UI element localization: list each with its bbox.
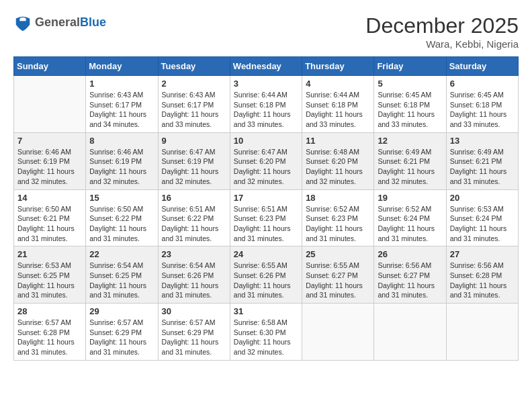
day-number: 1 [89,79,154,89]
day-info: Sunrise: 6:44 AM Sunset: 6:18 PM Dayligh… [306,90,370,130]
daylight-text: Daylight: 11 hours and 33 minutes. [450,110,507,128]
daylight-text: Daylight: 11 hours and 31 minutes. [162,281,219,300]
sunset-text: Sunset: 6:18 PM [306,101,358,109]
col-saturday: Saturday [446,57,518,76]
daylight-text: Daylight: 11 hours and 31 minutes. [450,167,507,185]
table-row: 20 Sunrise: 6:53 AM Sunset: 6:24 PM Dayl… [446,189,518,246]
sunset-text: Sunset: 6:27 PM [378,271,430,279]
day-info: Sunrise: 6:52 AM Sunset: 6:23 PM Dayligh… [306,204,370,244]
table-row: 28 Sunrise: 6:57 AM Sunset: 6:28 PM Dayl… [14,304,86,361]
day-info: Sunrise: 6:57 AM Sunset: 6:29 PM Dayligh… [89,318,154,357]
daylight-text: Daylight: 11 hours and 32 minutes. [306,167,363,185]
daylight-text: Daylight: 11 hours and 33 minutes. [378,110,435,128]
day-number: 19 [378,193,442,203]
day-info: Sunrise: 6:46 AM Sunset: 6:19 PM Dayligh… [17,147,82,187]
sunrise-text: Sunrise: 6:56 AM [378,261,431,269]
day-number: 24 [234,249,298,259]
daylight-text: Daylight: 11 hours and 33 minutes. [306,110,363,128]
day-info: Sunrise: 6:44 AM Sunset: 6:18 PM Dayligh… [234,90,298,130]
sunset-text: Sunset: 6:26 PM [234,271,286,279]
daylight-text: Daylight: 11 hours and 34 minutes. [89,110,146,128]
day-number: 22 [89,249,154,259]
table-row: 14 Sunrise: 6:50 AM Sunset: 6:21 PM Dayl… [14,189,86,246]
day-number: 29 [89,306,154,316]
sunrise-text: Sunrise: 6:54 AM [162,261,216,269]
sunrise-text: Sunrise: 6:43 AM [162,91,216,99]
daylight-text: Daylight: 11 hours and 33 minutes. [162,110,219,128]
table-row: 27 Sunrise: 6:56 AM Sunset: 6:28 PM Dayl… [446,246,518,304]
calendar-week-row: 28 Sunrise: 6:57 AM Sunset: 6:28 PM Dayl… [14,304,519,361]
sunrise-text: Sunrise: 6:53 AM [450,205,504,213]
daylight-text: Daylight: 11 hours and 31 minutes. [450,224,507,242]
sunrise-text: Sunrise: 6:46 AM [17,148,71,156]
table-row [302,304,374,361]
table-row: 21 Sunrise: 6:53 AM Sunset: 6:25 PM Dayl… [14,246,86,304]
sunrise-text: Sunrise: 6:55 AM [306,261,359,269]
day-info: Sunrise: 6:43 AM Sunset: 6:17 PM Dayligh… [162,90,226,130]
table-row: 12 Sunrise: 6:49 AM Sunset: 6:21 PM Dayl… [374,132,446,189]
day-number: 21 [17,249,82,259]
sunrise-text: Sunrise: 6:46 AM [89,148,143,156]
day-number: 14 [17,193,82,203]
table-row: 7 Sunrise: 6:46 AM Sunset: 6:19 PM Dayli… [14,132,86,189]
sunset-text: Sunset: 6:28 PM [450,271,502,279]
day-info: Sunrise: 6:46 AM Sunset: 6:19 PM Dayligh… [89,147,154,187]
table-row: 17 Sunrise: 6:51 AM Sunset: 6:23 PM Dayl… [230,189,302,246]
table-row: 18 Sunrise: 6:52 AM Sunset: 6:23 PM Dayl… [302,189,374,246]
day-number: 8 [89,136,154,146]
day-info: Sunrise: 6:47 AM Sunset: 6:19 PM Dayligh… [162,147,226,187]
day-info: Sunrise: 6:56 AM Sunset: 6:27 PM Dayligh… [378,261,442,300]
day-info: Sunrise: 6:53 AM Sunset: 6:24 PM Dayligh… [450,204,515,244]
logo-text-block: General Blue [35,16,106,30]
day-number: 25 [306,249,370,259]
day-info: Sunrise: 6:51 AM Sunset: 6:22 PM Dayligh… [162,204,226,244]
day-number: 16 [162,193,226,203]
daylight-text: Daylight: 11 hours and 31 minutes. [89,338,146,356]
sunset-text: Sunset: 6:17 PM [162,101,214,109]
daylight-text: Daylight: 11 hours and 32 minutes. [17,167,75,185]
calendar-week-row: 7 Sunrise: 6:46 AM Sunset: 6:19 PM Dayli… [14,132,519,189]
sunset-text: Sunset: 6:18 PM [378,101,430,109]
table-row: 9 Sunrise: 6:47 AM Sunset: 6:19 PM Dayli… [158,132,230,189]
daylight-text: Daylight: 11 hours and 32 minutes. [162,167,219,185]
sunrise-text: Sunrise: 6:53 AM [17,261,71,269]
daylight-text: Daylight: 11 hours and 33 minutes. [234,110,291,128]
sunrise-text: Sunrise: 6:49 AM [450,148,504,156]
day-number: 31 [234,306,298,316]
sunrise-text: Sunrise: 6:51 AM [162,205,216,213]
day-number: 23 [162,249,226,259]
day-info: Sunrise: 6:57 AM Sunset: 6:28 PM Dayligh… [17,318,82,357]
sunset-text: Sunset: 6:22 PM [162,214,214,222]
sunrise-text: Sunrise: 6:45 AM [450,91,504,99]
day-info: Sunrise: 6:45 AM Sunset: 6:18 PM Dayligh… [378,90,442,130]
daylight-text: Daylight: 11 hours and 31 minutes. [162,338,219,356]
sunrise-text: Sunrise: 6:57 AM [162,318,216,326]
table-row: 22 Sunrise: 6:54 AM Sunset: 6:25 PM Dayl… [86,246,158,304]
daylight-text: Daylight: 11 hours and 32 minutes. [234,338,291,356]
sunset-text: Sunset: 6:25 PM [17,271,70,279]
sunset-text: Sunset: 6:19 PM [17,157,70,165]
daylight-text: Daylight: 11 hours and 31 minutes. [17,281,75,300]
sunrise-text: Sunrise: 6:47 AM [162,148,216,156]
sunrise-text: Sunrise: 6:57 AM [89,318,143,326]
col-tuesday: Tuesday [158,57,230,76]
day-info: Sunrise: 6:53 AM Sunset: 6:25 PM Dayligh… [17,261,82,300]
table-row: 11 Sunrise: 6:48 AM Sunset: 6:20 PM Dayl… [302,132,374,189]
daylight-text: Daylight: 11 hours and 31 minutes. [162,224,219,242]
table-row: 3 Sunrise: 6:44 AM Sunset: 6:18 PM Dayli… [230,76,302,133]
table-row: 19 Sunrise: 6:52 AM Sunset: 6:24 PM Dayl… [374,189,446,246]
day-info: Sunrise: 6:45 AM Sunset: 6:18 PM Dayligh… [450,90,515,130]
day-number: 10 [234,136,298,146]
table-row: 2 Sunrise: 6:43 AM Sunset: 6:17 PM Dayli… [158,76,230,133]
col-monday: Monday [86,57,158,76]
sunset-text: Sunset: 6:17 PM [89,101,142,109]
day-info: Sunrise: 6:47 AM Sunset: 6:20 PM Dayligh… [234,147,298,187]
day-info: Sunrise: 6:49 AM Sunset: 6:21 PM Dayligh… [378,147,442,187]
sunset-text: Sunset: 6:29 PM [162,328,214,336]
sunset-text: Sunset: 6:19 PM [89,157,142,165]
table-row: 8 Sunrise: 6:46 AM Sunset: 6:19 PM Dayli… [86,132,158,189]
day-info: Sunrise: 6:55 AM Sunset: 6:27 PM Dayligh… [306,261,370,300]
col-wednesday: Wednesday [230,57,302,76]
table-row: 1 Sunrise: 6:43 AM Sunset: 6:17 PM Dayli… [86,76,158,133]
daylight-text: Daylight: 11 hours and 31 minutes. [234,224,291,242]
